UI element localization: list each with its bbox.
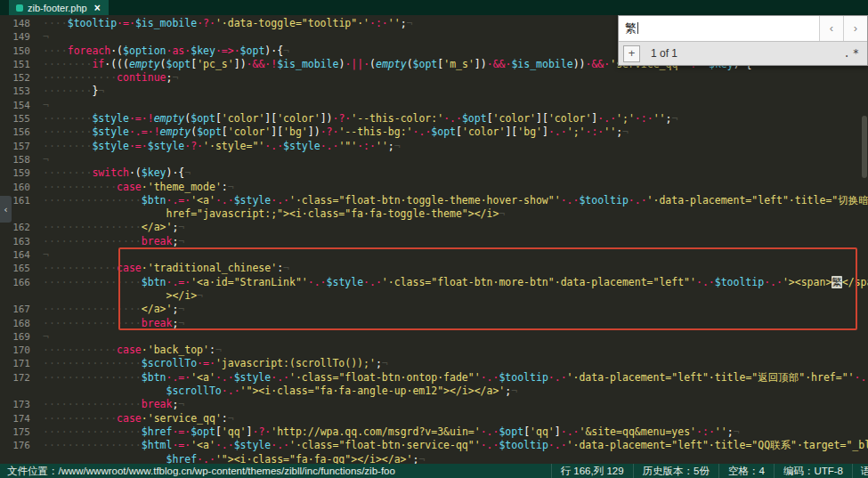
line-number: 164 bbox=[0, 248, 34, 262]
close-tab-icon[interactable]: × bbox=[94, 2, 101, 14]
code-line[interactable]: 153········}¬ bbox=[0, 85, 868, 98]
history-versions-status[interactable]: 历史版本：5份 bbox=[633, 464, 718, 478]
line-number: 168 bbox=[0, 317, 34, 330]
line-number: 154 bbox=[0, 99, 34, 112]
line-number: 171 bbox=[0, 357, 34, 370]
line-number: 162 bbox=[0, 221, 34, 234]
indent-spaces-status[interactable]: 空格：4 bbox=[718, 464, 774, 478]
code-line[interactable]: 161················$btn·.=·'<a'·.·$style… bbox=[0, 194, 868, 207]
code-lines-container: 148····$tooltip·=·$is_mobile·?·'·data-to… bbox=[0, 15, 868, 464]
search-input[interactable]: 繁 bbox=[619, 16, 819, 41]
file-location-label: 文件位置：/www/wwwroot/www.tfblog.cn/wp-conte… bbox=[0, 465, 551, 478]
find-next-button[interactable]: › bbox=[843, 16, 867, 41]
code-line[interactable]: 152············continue;¬ bbox=[0, 71, 868, 85]
line-number: 163 bbox=[0, 235, 34, 248]
chevron-left-icon: ‹ bbox=[3, 204, 9, 215]
code-line[interactable]: 155········$style·=·!empty($opt['color']… bbox=[0, 112, 868, 126]
code-line[interactable]: 172················$btn·.=·'<a'·.·$style… bbox=[0, 371, 868, 385]
line-number: 165 bbox=[0, 262, 34, 275]
line-number: 172 bbox=[0, 371, 34, 385]
line-number: 149 bbox=[0, 30, 34, 44]
line-number: 175 bbox=[0, 425, 34, 439]
code-line[interactable]: 160············case·'theme_mode':¬ bbox=[0, 181, 868, 194]
code-line[interactable]: 170············case·'back_top':¬ bbox=[0, 344, 868, 357]
match-count-label: 1 of 1 bbox=[651, 47, 677, 60]
line-number: 151 bbox=[0, 58, 34, 71]
line-number: 153 bbox=[0, 85, 34, 98]
php-file-icon bbox=[16, 4, 23, 12]
line-number: 167 bbox=[0, 303, 34, 316]
code-line[interactable]: 163················break;¬ bbox=[0, 235, 868, 248]
code-line[interactable]: 171················$scrollTo·=·'javascri… bbox=[0, 357, 868, 370]
add-search-button[interactable]: + bbox=[623, 45, 640, 62]
line-number: 170 bbox=[0, 344, 34, 357]
search-query-text: 繁 bbox=[625, 21, 637, 35]
line-number: 160 bbox=[0, 181, 34, 194]
code-line[interactable]: 156········$style·.=·!empty($opt['color'… bbox=[0, 126, 868, 139]
code-line[interactable]: 175················$href·=·$opt['qq']·?·… bbox=[0, 425, 868, 439]
line-number: 156 bbox=[0, 126, 34, 139]
code-line[interactable]: 159········switch·($key)·{¬ bbox=[0, 166, 868, 180]
line-number bbox=[0, 453, 34, 465]
tab-zib-footer[interactable]: zib-footer.php × bbox=[9, 0, 109, 15]
code-line[interactable]: 154¬ bbox=[0, 99, 868, 112]
code-line[interactable]: 162················</a>';¬ bbox=[0, 221, 868, 234]
code-editor[interactable]: 148····$tooltip·=·$is_mobile·?·'·data-to… bbox=[0, 15, 868, 464]
line-number: 159 bbox=[0, 166, 34, 180]
line-number: 155 bbox=[0, 112, 34, 126]
line-number: 148 bbox=[0, 17, 34, 30]
language-status[interactable]: 语 bbox=[852, 464, 868, 478]
line-number: 152 bbox=[0, 71, 34, 85]
line-number: 166 bbox=[0, 276, 34, 289]
line-number bbox=[0, 289, 34, 303]
code-line[interactable]: 173················break;¬ bbox=[0, 398, 868, 411]
code-line[interactable]: href="javascript:;"><i·class="fa·fa-togg… bbox=[0, 207, 868, 221]
highlight-rectangle bbox=[118, 247, 857, 330]
find-previous-button[interactable]: ‹ bbox=[819, 16, 843, 41]
text-cursor bbox=[637, 22, 638, 34]
vertical-scrollbar-thumb[interactable] bbox=[862, 116, 867, 178]
line-number: 169 bbox=[0, 330, 34, 344]
code-line[interactable]: 169¬ bbox=[0, 330, 868, 344]
sidebar-collapse-handle[interactable]: ‹ bbox=[0, 196, 12, 223]
code-line[interactable]: 174············case·'service_qq':¬ bbox=[0, 412, 868, 425]
line-number bbox=[0, 385, 34, 398]
status-bar: 文件位置：/www/wwwroot/www.tfblog.cn/wp-conte… bbox=[0, 464, 868, 478]
line-number: 173 bbox=[0, 398, 34, 411]
line-number: 157 bbox=[0, 140, 34, 153]
code-line[interactable]: $href·.·'"><i·class="fa·fa-qq"></i></a>'… bbox=[0, 453, 868, 465]
tab-bar: zib-footer.php × bbox=[0, 0, 868, 15]
code-line[interactable]: 157········$style·=·$style·?·'·style="'·… bbox=[0, 140, 868, 153]
code-line[interactable]: $scrollTo·.·'"><i·class="fa·fa-angle-up·… bbox=[0, 385, 868, 398]
encoding-status[interactable]: 编码：UTF-8 bbox=[774, 464, 852, 478]
tab-title: zib-footer.php bbox=[28, 3, 87, 13]
code-line[interactable]: 158¬ bbox=[0, 153, 868, 166]
regex-toggle[interactable]: .* bbox=[844, 47, 862, 60]
line-number: 150 bbox=[0, 45, 34, 58]
line-number: 158 bbox=[0, 153, 34, 166]
code-line[interactable]: 176················$html·=·'<a'·.·$style… bbox=[0, 439, 868, 452]
find-input-row: 繁 ‹ › bbox=[619, 16, 867, 41]
find-panel: 繁 ‹ › + 1 of 1 .* bbox=[618, 15, 868, 66]
line-number: 174 bbox=[0, 412, 34, 425]
cursor-position-status[interactable]: 行 166,列 129 bbox=[551, 464, 633, 478]
line-number: 176 bbox=[0, 439, 34, 452]
code-editor-window: zib-footer.php × 148····$tooltip·=·$is_m… bbox=[0, 0, 868, 478]
find-options-row: + 1 of 1 .* bbox=[619, 41, 867, 65]
